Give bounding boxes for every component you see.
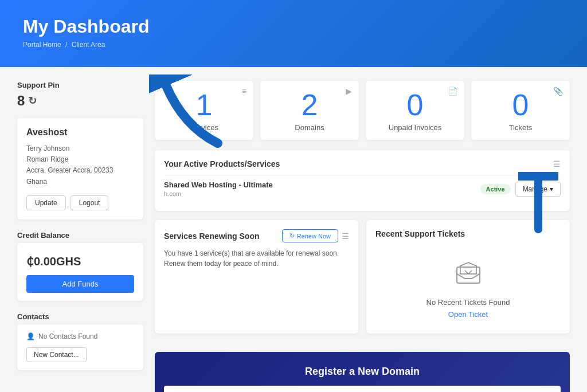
register-domain-title: Register a New Domain <box>164 366 561 378</box>
person-icon: 👤 <box>26 332 35 340</box>
contacts-section: Contacts 👤 No Contacts Found New Contact… <box>17 312 143 370</box>
stat-icon-1: ▶ <box>346 87 352 96</box>
renew-now-button[interactable]: ↻ Renew Now <box>282 229 338 242</box>
stat-number-1: 2 <box>267 90 352 120</box>
active-products-menu-icon[interactable]: ☰ <box>553 159 561 168</box>
renew-menu-icon[interactable]: ☰ <box>342 232 349 241</box>
credit-section: Credit Balance ₵0.00GHS Add Funds <box>17 231 143 301</box>
renewing-soon-section: Services Renewing Soon ↻ Renew Now ☰ You… <box>155 220 358 334</box>
renew-text: You have 1 service(s) that are available… <box>164 248 349 269</box>
stat-number-0: 1 <box>162 90 246 120</box>
ticket-icon-wrap <box>451 257 486 291</box>
header: My Dashboard Portal Home / Client Area <box>0 0 587 67</box>
status-badge: Active <box>480 184 511 194</box>
stats-row: ≡ 1 Services ▶ 2 Domains 📄 0 Unpaid Invo… <box>155 81 570 140</box>
renew-icon: ↻ <box>289 232 295 240</box>
stat-number-3: 0 <box>478 90 563 120</box>
tickets-header: Recent Support Tickets <box>375 229 561 238</box>
no-contacts-text: 👤 No Contacts Found <box>26 332 134 340</box>
user-info: Terry Johnson Roman Ridge Accra, Greater… <box>26 143 134 187</box>
register-domain-section: Register a New Domain Transfer Register <box>155 352 570 392</box>
stat-label-1: Domains <box>267 123 352 132</box>
stat-icon-0: ≡ <box>242 87 246 96</box>
user-address1: Roman Ridge <box>26 154 134 165</box>
tickets-empty: No Recent Tickets Found Open Ticket <box>375 245 561 324</box>
stat-number-2: 0 <box>373 90 457 120</box>
user-card-actions: Update Logout <box>26 195 134 210</box>
breadcrumb-client-area[interactable]: Client Area <box>72 41 105 49</box>
no-tickets-text: No Recent Tickets Found <box>426 298 510 307</box>
stat-card-unpaid-invoices[interactable]: 📄 0 Unpaid Invoices <box>366 81 464 140</box>
user-name: Terry Johnson <box>26 143 134 154</box>
stat-label-0: Services <box>162 123 246 132</box>
support-pin-section: Support Pin 8 ↻ <box>17 81 143 109</box>
logout-button[interactable]: Logout <box>71 195 109 210</box>
stat-label-3: Tickets <box>478 123 563 132</box>
tickets-title: Recent Support Tickets <box>375 229 465 238</box>
stat-card-services[interactable]: ≡ 1 Services <box>155 81 253 140</box>
stat-icon-2: 📄 <box>448 87 457 96</box>
contacts-card: 👤 No Contacts Found New Contact... <box>17 324 143 370</box>
credit-label: Credit Balance <box>17 231 143 240</box>
support-pin-label: Support Pin <box>17 81 143 89</box>
manage-button[interactable]: Manage ▾ <box>515 182 561 197</box>
stat-label-2: Unpaid Invoices <box>373 123 457 132</box>
two-col-section: Services Renewing Soon ↻ Renew Now ☰ You… <box>155 220 570 343</box>
new-contact-button[interactable]: New Contact... <box>26 347 87 362</box>
user-card: Aveshost Terry Johnson Roman Ridge Accra… <box>17 118 143 219</box>
stat-icon-3: 📎 <box>553 87 563 96</box>
active-products-section: Your Active Products/Services ☰ Shared W… <box>155 150 570 211</box>
open-ticket-link[interactable]: Open Ticket <box>448 310 488 319</box>
support-tickets-section: Recent Support Tickets No <box>366 220 570 334</box>
credit-card: ₵0.00GHS Add Funds <box>17 243 143 301</box>
svg-marker-2 <box>460 262 476 274</box>
renew-header: Services Renewing Soon ↻ Renew Now ☰ <box>164 229 349 242</box>
refresh-icon[interactable]: ↻ <box>28 95 37 107</box>
domain-search-input[interactable] <box>164 386 561 392</box>
user-address2: Accra, Greater Accra, 00233 <box>26 165 134 176</box>
page-title: My Dashboard <box>23 16 564 37</box>
right-content: ≡ 1 Services ▶ 2 Domains 📄 0 Unpaid Invo… <box>155 81 570 392</box>
stat-card-tickets[interactable]: 📎 0 Tickets <box>471 81 570 140</box>
user-country: Ghana <box>26 177 134 187</box>
contacts-label: Contacts <box>17 312 143 321</box>
stat-card-domains[interactable]: ▶ 2 Domains <box>260 81 359 140</box>
sidebar: Support Pin 8 ↻ Aveshost Terry Johnson R… <box>17 81 143 392</box>
product-domain: h.com <box>164 190 273 197</box>
credit-amount: ₵0.00GHS <box>26 254 134 268</box>
main-content: Support Pin 8 ↻ Aveshost Terry Johnson R… <box>0 67 587 392</box>
pin-value: 8 ↻ <box>17 93 143 109</box>
dropdown-icon: ▾ <box>550 185 553 193</box>
inbox-icon <box>452 258 484 290</box>
renew-title: Services Renewing Soon <box>164 232 260 241</box>
active-products-header: Your Active Products/Services ☰ <box>164 159 561 168</box>
product-row: Shared Web Hosting - Ultimate h.com Acti… <box>164 175 561 202</box>
breadcrumb: Portal Home / Client Area <box>23 41 564 49</box>
pin-number: 8 <box>17 93 25 109</box>
product-info: Shared Web Hosting - Ultimate h.com <box>164 181 273 197</box>
product-actions: Active Manage ▾ <box>480 182 561 197</box>
product-name: Shared Web Hosting - Ultimate <box>164 181 273 189</box>
active-products-title: Your Active Products/Services <box>164 159 280 168</box>
add-funds-button[interactable]: Add Funds <box>26 275 134 293</box>
update-button[interactable]: Update <box>26 195 66 210</box>
breadcrumb-portal-home[interactable]: Portal Home <box>23 41 61 49</box>
company-name: Aveshost <box>26 127 134 138</box>
